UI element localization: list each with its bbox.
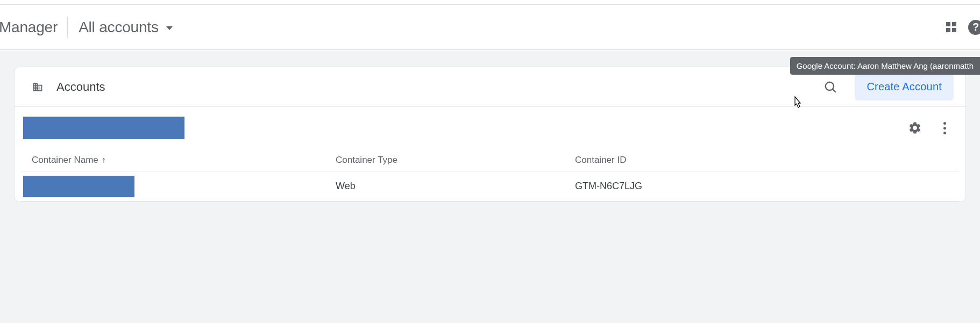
sort-ascending-icon: ↑ xyxy=(102,155,106,165)
help-icon[interactable]: ? xyxy=(968,20,980,35)
cell-container-id: GTM-N6C7LJG xyxy=(575,181,948,192)
gear-icon xyxy=(908,121,922,135)
table-header: Container Name ↑ Container Type Containe… xyxy=(21,149,959,171)
search-button[interactable] xyxy=(819,76,842,98)
column-header-id[interactable]: Container ID xyxy=(575,155,948,166)
cell-container-type: Web xyxy=(336,181,575,192)
account-block: Container Name ↑ Container Type Containe… xyxy=(21,107,959,202)
accounts-card: Accounts Create Account xyxy=(14,67,966,202)
accounts-icon xyxy=(32,82,44,92)
column-header-name[interactable]: Container Name ↑ xyxy=(32,155,336,166)
header-bar: Manager All accounts ? xyxy=(0,5,980,50)
cell-container-name xyxy=(32,176,336,197)
header-left: Manager All accounts xyxy=(0,5,173,49)
account-switcher-label: All accounts xyxy=(79,19,159,36)
account-tooltip: Google Account: Aaron Matthew Ang (aaron… xyxy=(790,57,980,75)
brand-name: Manager xyxy=(0,19,58,36)
more-vert-icon xyxy=(943,122,946,125)
account-name-redacted[interactable] xyxy=(23,117,184,139)
column-name-label: Container Name xyxy=(32,155,98,166)
account-name-row xyxy=(21,107,959,149)
header-right: ? xyxy=(946,5,980,49)
apps-grid-icon[interactable] xyxy=(946,22,956,32)
container-name-redacted xyxy=(23,176,134,197)
header-divider xyxy=(67,17,68,38)
account-switcher[interactable]: All accounts xyxy=(79,19,173,36)
search-icon xyxy=(823,80,837,94)
svg-line-1 xyxy=(833,89,836,92)
table-row[interactable]: Web GTM-N6C7LJG xyxy=(21,171,959,202)
create-account-button[interactable]: Create Account xyxy=(855,73,954,101)
account-settings-button[interactable] xyxy=(908,121,922,135)
svg-point-0 xyxy=(826,82,834,90)
account-more-button[interactable] xyxy=(938,119,951,138)
caret-down-icon xyxy=(166,26,173,30)
column-header-type[interactable]: Container Type xyxy=(336,155,575,166)
card-title: Accounts xyxy=(56,80,819,94)
